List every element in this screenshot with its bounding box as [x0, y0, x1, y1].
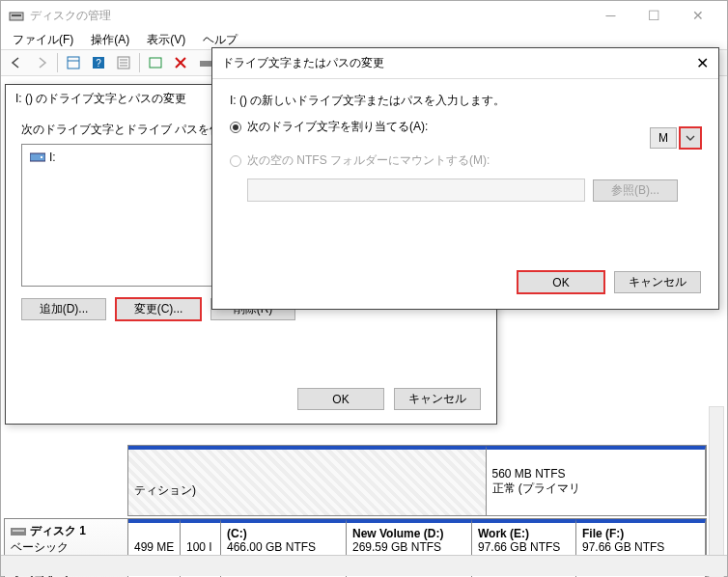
properties-button[interactable]: [112, 51, 135, 74]
svg-rect-2: [68, 57, 79, 69]
minimize-button[interactable]: ─: [589, 1, 632, 30]
assign-label: 次のドライブ文字を割り当てる(A):: [247, 119, 428, 135]
partition[interactable]: 560 MB NTFS 正常 (プライマリ: [487, 446, 707, 515]
disk-management-window: ディスクの管理 ─ ☐ ✕ ファイル(F) 操作(A) 表示(V) ヘルプ ?: [0, 0, 728, 577]
svg-rect-10: [150, 58, 161, 68]
add-button[interactable]: 追加(D)...: [21, 298, 106, 320]
refresh-button[interactable]: [144, 51, 167, 74]
cancel-button[interactable]: キャンセル: [394, 388, 481, 410]
partition-hatched[interactable]: ティション): [128, 446, 487, 515]
delete-button[interactable]: [169, 51, 192, 74]
menu-view[interactable]: 表示(V): [141, 30, 191, 50]
forward-button[interactable]: [30, 51, 53, 74]
svg-text:?: ?: [96, 58, 101, 69]
menubar: ファイル(F) 操作(A) 表示(V) ヘルプ: [1, 30, 727, 49]
drive-icon: [30, 151, 45, 163]
statusbar: [1, 555, 727, 576]
close-button[interactable]: ✕: [676, 1, 719, 30]
menu-action[interactable]: 操作(A): [85, 30, 135, 50]
svg-rect-14: [30, 153, 45, 161]
mount-radio[interactable]: [230, 155, 241, 167]
letter-select-dropdown[interactable]: [680, 127, 701, 149]
dialog2-instruction: I: () の新しいドライブ文字またはパスを入力します。: [230, 93, 701, 109]
vertical-scrollbar[interactable]: [709, 406, 724, 577]
cancel-button[interactable]: キャンセル: [614, 271, 701, 293]
ok-button[interactable]: OK: [518, 271, 604, 293]
change-button[interactable]: 変更(C)...: [116, 298, 201, 320]
change-drive-letter-dialog: ドライブ文字またはパスの変更 ✕ I: () の新しいドライブ文字またはパスを入…: [211, 47, 719, 310]
svg-rect-13: [13, 530, 24, 532]
mount-path-input: [247, 179, 585, 202]
app-icon: [9, 8, 24, 23]
letter-select-value: M: [650, 127, 677, 149]
ok-button[interactable]: OK: [297, 388, 384, 410]
dialog2-title: ドライブ文字またはパスの変更: [222, 55, 384, 71]
assign-radio[interactable]: [230, 122, 241, 133]
close-icon[interactable]: ✕: [696, 54, 709, 72]
window-title: ディスクの管理: [30, 8, 589, 24]
chevron-down-icon: [686, 133, 695, 143]
view-button[interactable]: [62, 51, 85, 74]
svg-rect-11: [200, 61, 211, 67]
menu-file[interactable]: ファイル(F): [7, 30, 79, 50]
browse-button: 参照(B)...: [593, 179, 678, 202]
titlebar: ディスクの管理 ─ ☐ ✕: [1, 1, 727, 30]
help-button[interactable]: ?: [87, 51, 110, 74]
mount-label: 次の空の NTFS フォルダーにマウントする(M):: [247, 152, 490, 169]
maximize-button[interactable]: ☐: [632, 1, 676, 30]
svg-rect-1: [12, 14, 21, 16]
back-button[interactable]: [5, 51, 28, 74]
svg-rect-15: [41, 156, 42, 158]
